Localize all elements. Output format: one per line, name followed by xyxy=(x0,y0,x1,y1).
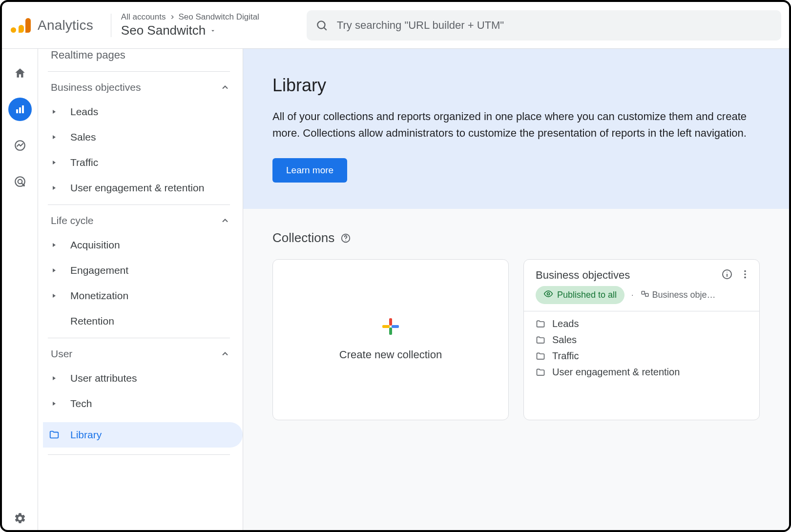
main-content: Library All of your collections and repo… xyxy=(243,49,789,530)
nav-label: Tech xyxy=(70,398,92,409)
link-icon xyxy=(641,289,649,301)
folder-icon xyxy=(47,430,62,440)
nav-label: Library xyxy=(70,429,102,441)
product-name: Analytics xyxy=(38,18,93,33)
collection-card-header: Business objectives xyxy=(524,260,759,286)
svg-point-0 xyxy=(317,21,325,28)
analytics-logo-icon xyxy=(11,18,31,33)
triangle-right-icon xyxy=(47,185,62,190)
nav-item-leads[interactable]: Leads xyxy=(43,99,243,124)
collections-heading: Collections xyxy=(272,230,334,246)
search-bar[interactable] xyxy=(307,10,781,41)
svg-rect-18 xyxy=(645,293,648,296)
collections-section: Collections Create new collection Busine… xyxy=(243,209,789,440)
svg-point-15 xyxy=(744,277,746,279)
rail-admin[interactable] xyxy=(8,507,32,530)
nav-label: Sales xyxy=(70,131,96,143)
collection-item[interactable]: Leads xyxy=(536,318,748,329)
folder-icon xyxy=(536,351,545,361)
nav-item-traffic[interactable]: Traffic xyxy=(43,150,243,175)
rail-explore[interactable] xyxy=(8,134,32,157)
breadcrumb-account: Seo Sandwitch Digital xyxy=(179,12,259,22)
svg-point-12 xyxy=(727,272,728,273)
collection-item-label: Sales xyxy=(552,334,577,346)
triangle-right-icon xyxy=(47,109,62,114)
collection-breadcrumb[interactable]: Business obje… xyxy=(641,289,716,301)
nav-item-truncated[interactable]: Realtime pages xyxy=(43,49,243,67)
caret-down-icon xyxy=(209,27,216,34)
collection-card-business-objectives[interactable]: Business objectives Published to all · xyxy=(523,259,760,420)
nav-label: Monetization xyxy=(70,290,128,302)
logo-area: Analytics xyxy=(6,18,97,33)
nav-item-monetization[interactable]: Monetization xyxy=(43,283,243,308)
chevron-right-icon xyxy=(169,14,176,20)
svg-rect-2 xyxy=(16,109,18,113)
collections-heading-row: Collections xyxy=(272,230,760,246)
collection-items: Leads Sales Traffic User engagement & re… xyxy=(524,311,759,385)
svg-line-1 xyxy=(324,27,326,30)
rail-home[interactable] xyxy=(8,61,32,85)
plus-multicolor-icon xyxy=(382,318,399,335)
folder-icon xyxy=(536,319,545,329)
learn-more-button[interactable]: Learn more xyxy=(272,158,347,183)
triangle-right-icon xyxy=(47,268,62,273)
create-collection-label: Create new collection xyxy=(339,348,442,361)
search-input[interactable] xyxy=(337,19,772,32)
svg-rect-3 xyxy=(19,107,21,113)
nav-item-sales[interactable]: Sales xyxy=(43,124,243,150)
chevron-up-icon xyxy=(220,349,230,359)
nav-item-acquisition[interactable]: Acquisition xyxy=(43,232,243,258)
collection-cards: Create new collection Business objective… xyxy=(272,259,760,420)
account-picker[interactable]: All accounts Seo Sandwitch Digital Seo S… xyxy=(121,12,287,38)
nav-item-tech[interactable]: Tech xyxy=(43,391,243,416)
left-navigation: Realtime pages Business objectives Leads… xyxy=(38,49,243,530)
svg-point-7 xyxy=(18,180,22,184)
svg-point-14 xyxy=(744,273,746,275)
svg-point-16 xyxy=(547,293,550,295)
section-title: User xyxy=(51,348,72,360)
folder-icon xyxy=(536,335,545,345)
nav-item-user-engagement[interactable]: User engagement & retention xyxy=(43,175,243,201)
info-icon[interactable] xyxy=(721,268,733,282)
nav-label: Retention xyxy=(70,315,114,327)
svg-point-9 xyxy=(345,240,346,241)
chevron-up-icon xyxy=(220,82,230,92)
create-collection-card[interactable]: Create new collection xyxy=(272,259,509,420)
collection-name: Business objectives xyxy=(536,269,630,282)
page-title: Library xyxy=(272,75,760,96)
eye-icon xyxy=(543,289,553,301)
collection-item[interactable]: Sales xyxy=(536,334,748,346)
nav-label: Leads xyxy=(70,106,98,118)
collection-meta: Published to all · Business obje… xyxy=(524,286,759,311)
separator-dot: · xyxy=(631,291,633,300)
search-icon xyxy=(315,19,328,32)
nav-label: User attributes xyxy=(70,372,137,384)
section-header-user[interactable]: User xyxy=(43,338,243,366)
rail-reports[interactable] xyxy=(8,98,32,121)
triangle-right-icon xyxy=(47,243,62,247)
rail-advertising[interactable] xyxy=(8,170,32,193)
vertical-divider xyxy=(111,14,111,37)
collection-item[interactable]: User engagement & retention xyxy=(536,367,748,378)
help-icon[interactable] xyxy=(340,233,351,244)
page-description: All of your collections and reports orga… xyxy=(272,108,760,142)
nav-item-retention[interactable]: Retention xyxy=(43,308,243,334)
published-badge: Published to all xyxy=(536,286,624,304)
section-title: Business objectives xyxy=(51,82,141,93)
section-header-life-cycle[interactable]: Life cycle xyxy=(43,205,243,232)
folder-icon xyxy=(536,368,545,377)
collection-item-label: User engagement & retention xyxy=(552,367,680,378)
nav-item-user-attributes[interactable]: User attributes xyxy=(43,366,243,391)
divider xyxy=(48,454,230,455)
badge-label: Published to all xyxy=(557,290,617,300)
property-selector[interactable]: Seo Sandwitch xyxy=(121,23,287,38)
nav-item-engagement[interactable]: Engagement xyxy=(43,258,243,283)
section-header-business-objectives[interactable]: Business objectives xyxy=(43,72,243,99)
nav-item-library[interactable]: Library xyxy=(43,422,243,448)
svg-point-13 xyxy=(744,270,746,272)
triangle-right-icon xyxy=(47,376,62,381)
more-icon[interactable] xyxy=(740,269,750,282)
collection-item[interactable]: Traffic xyxy=(536,350,748,362)
nav-label: Acquisition xyxy=(70,239,120,251)
triangle-right-icon xyxy=(47,160,62,165)
